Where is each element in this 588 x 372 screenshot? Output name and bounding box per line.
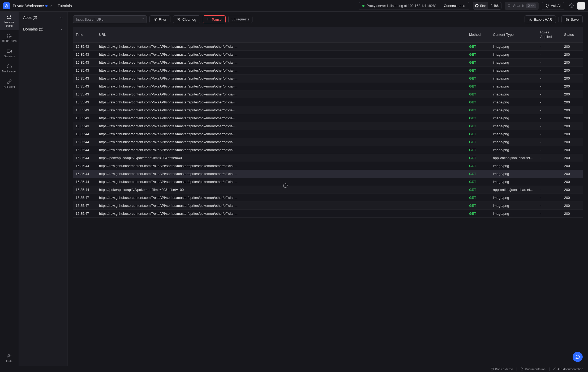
nav-api-client[interactable]: API client <box>0 76 19 91</box>
cell-url: https://raw.githubusercontent.com/PokeAP… <box>96 130 466 138</box>
nav-invite[interactable]: Invite <box>0 351 19 366</box>
cell-content-type: image/png <box>490 162 538 170</box>
col-content-type[interactable]: Content-Type <box>490 27 538 42</box>
avatar[interactable] <box>577 2 585 10</box>
table-row[interactable]: 16:35:43https://raw.githubusercontent.co… <box>73 114 583 122</box>
filter-button[interactable]: Filter <box>149 15 170 23</box>
cell-time: 16:35:44 <box>73 130 96 138</box>
table-row[interactable]: 16:35:44https://pokeapi.co/api/v2/pokemo… <box>73 154 583 162</box>
workspace-chevron-down-icon[interactable] <box>49 4 52 7</box>
gh-star-count: 2,486 <box>488 4 501 8</box>
cell-url: https://raw.githubusercontent.com/PokeAP… <box>96 106 466 114</box>
nav-sessions[interactable]: Sessions <box>0 46 19 61</box>
cell-rules: - <box>538 98 561 106</box>
cell-url: https://raw.githubusercontent.com/PokeAP… <box>96 122 466 130</box>
nav-mock-server[interactable]: Mock server <box>0 61 19 76</box>
regex-icon[interactable]: .* <box>142 17 144 21</box>
url-search-input[interactable]: Input Search URL .* <box>73 15 147 23</box>
cell-rules: - <box>538 114 561 122</box>
settings-button[interactable] <box>568 2 575 9</box>
tutorials-link[interactable]: Tutorials <box>58 4 72 8</box>
svg-point-1 <box>508 5 510 7</box>
table-row[interactable]: 16:35:44https://pokeapi.co/api/v2/pokemo… <box>73 186 583 194</box>
table-row[interactable]: 16:35:43https://raw.githubusercontent.co… <box>73 74 583 82</box>
cell-rules: - <box>538 74 561 82</box>
chat-bubble-button[interactable] <box>573 352 583 362</box>
table-row[interactable]: 16:35:44https://raw.githubusercontent.co… <box>73 170 583 178</box>
cell-time: 16:35:43 <box>73 106 96 114</box>
table-row[interactable]: 16:35:47https://raw.githubusercontent.co… <box>73 202 583 209</box>
table-row[interactable]: 16:35:43https://raw.githubusercontent.co… <box>73 122 583 130</box>
cell-rules: - <box>538 90 561 98</box>
table-row[interactable]: 16:35:47https://raw.githubusercontent.co… <box>73 209 583 217</box>
cell-url: https://raw.githubusercontent.com/PokeAP… <box>96 170 466 178</box>
table-row[interactable]: 16:35:44https://raw.githubusercontent.co… <box>73 178 583 186</box>
table-row[interactable]: 16:35:43https://raw.githubusercontent.co… <box>73 106 583 114</box>
nav-label: HTTP Rules <box>2 40 16 43</box>
cell-rules: - <box>538 162 561 170</box>
cell-status: 200 <box>561 42 583 50</box>
cell-method: GET <box>466 209 490 217</box>
table-row[interactable]: 16:35:47https://raw.githubusercontent.co… <box>73 194 583 202</box>
workspace-name[interactable]: Private Workspace <box>13 4 44 8</box>
col-status[interactable]: Status <box>561 27 583 42</box>
svg-line-2 <box>510 6 511 7</box>
cell-method: GET <box>466 50 490 58</box>
col-url[interactable]: URL <box>96 27 466 42</box>
cell-method: GET <box>466 202 490 209</box>
table-row[interactable]: 16:35:43https://raw.githubusercontent.co… <box>73 42 583 50</box>
clear-log-button[interactable]: Clear log <box>173 15 200 23</box>
cell-time: 16:35:44 <box>73 170 96 178</box>
github-star-pill[interactable]: Star 2,486 <box>473 2 501 10</box>
sidepanel-domains[interactable]: Domains (2) <box>19 23 67 35</box>
workspace-icon[interactable] <box>3 2 10 9</box>
cell-status: 200 <box>561 74 583 82</box>
connect-apps-button[interactable]: Connect apps <box>440 2 469 10</box>
save-button[interactable]: Save <box>561 15 583 23</box>
pause-button[interactable]: Pause <box>203 15 226 23</box>
table-row[interactable]: 16:35:43https://raw.githubusercontent.co… <box>73 58 583 66</box>
cell-status: 200 <box>561 82 583 90</box>
cell-status: 200 <box>561 154 583 162</box>
nav-http-rules[interactable]: HTTP Rules <box>0 30 19 46</box>
sidepanel-apps-label: Apps (2) <box>23 15 37 20</box>
divider <box>559 17 559 22</box>
table-row[interactable]: 16:35:43https://raw.githubusercontent.co… <box>73 90 583 98</box>
footer-book-demo[interactable]: Book a demo <box>491 367 513 371</box>
ask-ai-button[interactable]: Ask AI <box>542 2 564 10</box>
cell-content-type: image/png <box>490 58 538 66</box>
export-har-button[interactable]: Export HAR <box>525 15 556 23</box>
footer-documentation[interactable]: Documentation <box>521 367 545 371</box>
nav-label: Network traffic <box>1 21 18 28</box>
table-row[interactable]: 16:35:44https://raw.githubusercontent.co… <box>73 138 583 146</box>
cell-method: GET <box>466 162 490 170</box>
cell-content-type: image/png <box>490 106 538 114</box>
cell-rules: - <box>538 186 561 194</box>
cell-url: https://raw.githubusercontent.com/PokeAP… <box>96 82 466 90</box>
col-method[interactable]: Method <box>466 27 490 42</box>
col-rules-applied[interactable]: Rules Applied <box>538 27 561 42</box>
save-label: Save <box>571 17 579 21</box>
table-row[interactable]: 16:35:43https://raw.githubusercontent.co… <box>73 82 583 90</box>
table-row[interactable]: 16:35:43https://raw.githubusercontent.co… <box>73 50 583 58</box>
global-search-input[interactable]: Search ⌘+K <box>505 2 539 10</box>
footer-api-documentation[interactable]: API documentation <box>553 367 583 371</box>
cell-content-type: image/png <box>490 209 538 217</box>
sidepanel-apps[interactable]: Apps (2) <box>19 12 67 23</box>
nav-network-traffic[interactable]: Network traffic <box>0 12 19 30</box>
search-kbd: ⌘+K <box>526 3 536 8</box>
cell-status: 200 <box>561 186 583 194</box>
clear-log-label: Clear log <box>182 17 196 21</box>
search-placeholder: Search <box>513 4 524 8</box>
cell-status: 200 <box>561 114 583 122</box>
col-time[interactable]: Time <box>73 27 96 42</box>
table-row[interactable]: 16:35:43https://raw.githubusercontent.co… <box>73 98 583 106</box>
cell-url: https://raw.githubusercontent.com/PokeAP… <box>96 98 466 106</box>
table-row[interactable]: 16:35:44https://raw.githubusercontent.co… <box>73 162 583 170</box>
table-row[interactable]: 16:35:43https://raw.githubusercontent.co… <box>73 66 583 74</box>
url-search-placeholder: Input Search URL <box>76 17 103 21</box>
cell-time: 16:35:47 <box>73 202 96 209</box>
ask-ai-label: Ask AI <box>551 4 561 8</box>
table-row[interactable]: 16:35:44https://raw.githubusercontent.co… <box>73 130 583 138</box>
table-row[interactable]: 16:35:44https://raw.githubusercontent.co… <box>73 146 583 154</box>
